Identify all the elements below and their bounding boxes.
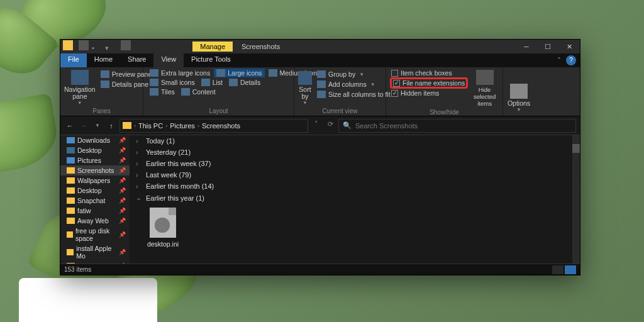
content-view[interactable]: Content: [179, 87, 218, 96]
folder-icon: [67, 187, 75, 194]
picture-tools-tab[interactable]: Picture Tools: [184, 53, 238, 67]
file-menu[interactable]: File: [60, 53, 87, 67]
item-checkboxes-toggle[interactable]: Item check boxes: [390, 69, 468, 77]
recent-dropdown[interactable]: ▼: [92, 120, 103, 131]
hide-icon: [476, 70, 494, 85]
file-item[interactable]: desktop.ini: [141, 208, 185, 248]
sidebar-item-label: Desktop: [77, 187, 102, 194]
group-header[interactable]: ⌄Earlier this year (1): [130, 192, 580, 204]
navigation-pane-button[interactable]: Navigation pane ▼: [64, 69, 96, 107]
sort-by-button[interactable]: Sort by ▼: [298, 69, 312, 107]
file-label: desktop.ini: [147, 240, 179, 248]
list-view[interactable]: List: [199, 78, 225, 87]
folder-icon: [67, 197, 75, 204]
layout-icon: [150, 69, 158, 77]
folder-icon: [67, 167, 75, 174]
sidebar-item-label: Away Web: [77, 217, 109, 225]
group-label: Earlier this week (37): [146, 160, 211, 167]
sidebar-item-label: Screenshots: [77, 167, 114, 174]
sidebar-item[interactable]: install Apple Mo📌: [60, 243, 130, 261]
view-tab[interactable]: View: [153, 53, 184, 67]
refresh-button[interactable]: ⟳: [325, 120, 336, 131]
status-bar: 153 items: [60, 264, 580, 275]
help-icon[interactable]: ?: [566, 55, 576, 65]
group-header[interactable]: ›Yesterday (21): [130, 147, 580, 158]
layout-icon: [229, 79, 238, 86]
tiles-view[interactable]: Tiles: [147, 87, 177, 96]
folder-icon: [67, 231, 73, 238]
sidebar[interactable]: Downloads📌Desktop📌Pictures📌Screenshots📌W…: [60, 135, 130, 264]
icons-view-button[interactable]: [565, 265, 576, 274]
layout-icon: [181, 88, 190, 96]
sidebar-item-label: fatiw: [77, 207, 91, 214]
sidebar-item[interactable]: Away Web📌: [60, 216, 130, 226]
pin-icon: 📌: [119, 187, 126, 194]
group-header[interactable]: ›Earlier this month (14): [130, 180, 580, 192]
sidebar-item[interactable]: free up disk space📌: [60, 226, 130, 243]
minimize-button[interactable]: ─: [516, 40, 537, 53]
share-tab[interactable]: Share: [120, 53, 153, 67]
size-columns-button[interactable]: Size all columns to fit: [314, 90, 393, 99]
sidebar-item-label: install Apple Mo: [76, 245, 116, 260]
collapse-ribbon-icon[interactable]: ˆ: [552, 57, 566, 64]
titlebar[interactable]: ▪ ▾ Manage Screenshots ─ ☐ ✕: [60, 40, 580, 53]
address-dropdown[interactable]: ˅: [311, 120, 322, 131]
sidebar-item[interactable]: Desktop📌: [60, 145, 130, 155]
group-header[interactable]: ›Today (1): [130, 135, 580, 147]
details-view-button[interactable]: [552, 265, 564, 274]
sidebar-item[interactable]: Pictures📌: [60, 155, 130, 165]
scrollbar[interactable]: [572, 135, 580, 264]
pin-icon: 📌: [119, 167, 126, 174]
sidebar-item[interactable]: fatiw📌: [60, 206, 130, 216]
search-box[interactable]: 🔍 Search Screenshots: [338, 119, 576, 133]
breadcrumb[interactable]: Pictures: [170, 122, 195, 130]
pin-icon: 📌: [119, 157, 126, 164]
fit-icon: [317, 91, 326, 98]
sidebar-item-label: Snapchat: [77, 197, 105, 204]
checkbox-icon: ✓: [391, 90, 398, 97]
group-label: Today (1): [146, 137, 175, 145]
folder-icon[interactable]: [63, 40, 73, 50]
back-button[interactable]: ←: [64, 120, 75, 131]
chevron-right-icon: ›: [136, 171, 142, 179]
file-name-extensions-toggle[interactable]: ✓File name extensions: [390, 77, 468, 89]
home-tab[interactable]: Home: [87, 53, 120, 67]
quick-access-toolbar: ▪ ▾: [63, 39, 132, 54]
layout-icon: [150, 88, 158, 96]
maximize-button[interactable]: ☐: [537, 40, 558, 53]
chevron-right-icon: ›: [136, 148, 142, 156]
checkbox-icon: ✓: [393, 80, 400, 87]
group-by-button[interactable]: Group by▼: [314, 70, 393, 79]
hidden-items-toggle[interactable]: ✓Hidden items: [390, 89, 468, 97]
options-button[interactable]: Options ▼: [507, 69, 531, 114]
group-icon: [317, 70, 326, 78]
manage-tab[interactable]: Manage: [192, 42, 233, 52]
address-bar[interactable]: › This PC › Pictures › Screenshots: [119, 119, 308, 133]
sidebar-item[interactable]: Screenshots📌: [60, 165, 130, 175]
large-icons[interactable]: Large icons: [214, 69, 264, 77]
group-header[interactable]: ›Earlier this week (37): [130, 158, 580, 169]
small-icons[interactable]: Small icons: [147, 78, 197, 87]
qat-item[interactable]: ▪: [92, 44, 102, 54]
qat-item[interactable]: ▾: [105, 44, 115, 54]
folder-icon: [123, 122, 131, 129]
extra-large-icons[interactable]: Extra large icons: [147, 69, 213, 77]
sidebar-item[interactable]: Snapchat📌: [60, 196, 130, 206]
breadcrumb[interactable]: This PC: [138, 122, 163, 130]
sidebar-item-label: free up disk space: [75, 227, 116, 242]
forward-button[interactable]: →: [78, 120, 89, 131]
scrollbar-thumb[interactable]: [572, 144, 580, 153]
up-button[interactable]: ↑: [106, 120, 117, 131]
group-label: Earlier this month (14): [146, 182, 214, 190]
breadcrumb[interactable]: Screenshots: [202, 122, 240, 130]
details-view[interactable]: Details: [226, 78, 263, 87]
sidebar-item[interactable]: Downloads📌: [60, 135, 130, 145]
file-list[interactable]: ›Today (1)›Yesterday (21)›Earlier this w…: [130, 135, 580, 264]
sidebar-item[interactable]: Desktop📌: [60, 186, 130, 196]
close-button[interactable]: ✕: [558, 40, 580, 53]
download-icon: [67, 137, 75, 143]
add-columns-button[interactable]: Add columns▼: [314, 80, 393, 89]
group-header[interactable]: ›Last week (79): [130, 169, 580, 180]
sidebar-item[interactable]: Wallpapers📌: [60, 175, 130, 186]
hide-selected-button[interactable]: Hide selected items: [470, 69, 499, 108]
